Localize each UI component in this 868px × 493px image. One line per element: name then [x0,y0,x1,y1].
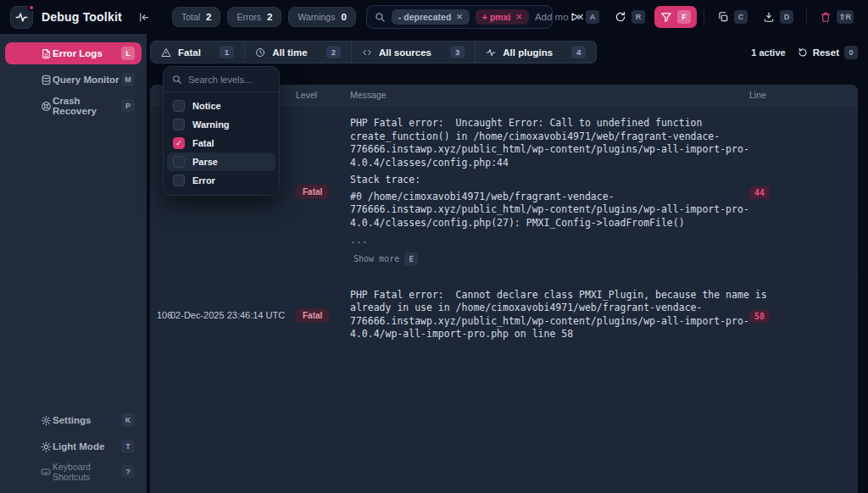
sidebar-item-label: Keyboard Shortcuts [53,462,121,482]
filter-group: Fatal 1 All time 2 All sources 3 [150,41,597,64]
reset-icon [798,47,808,58]
filter-bar-right: 1 active Reset 0 [751,46,858,59]
tag-label: + pmxi [482,12,511,22]
sidebar-item-label: Error Logs [53,48,103,58]
level-option-notice[interactable]: Notice [167,97,275,115]
log-level-cell: Fatal [296,307,350,323]
sidebar-item-error-logs[interactable]: Error Logs L [5,42,142,64]
level-search-input[interactable] [188,75,270,85]
kbd-hint: D [780,10,793,24]
play-icon [569,11,581,23]
search-bar[interactable]: - deprecated ✕ + pmxi ✕ ✕ [366,5,553,29]
topbar: Debug Toolkit Total 2 Errors 2 Warnings … [0,0,868,34]
stat-badges: Total 2 Errors 2 Warnings 0 [172,7,356,27]
option-label: Notice [192,101,221,111]
filter-sources[interactable]: All sources 3 [351,42,475,63]
kbd-hint: P [121,99,135,113]
code-icon [362,47,372,58]
filter-time[interactable]: All time 2 [244,42,351,63]
stack-trace: #0 /home/cimoxavobi4971/web/fragrant-ven… [350,191,741,230]
search-tag-deprecated[interactable]: - deprecated ✕ [392,9,470,25]
stat-value: 0 [341,12,346,22]
stat-errors: Errors 2 [227,7,281,27]
level-filter-dropdown: Notice Warning ✓ Fatal Parse Error [163,66,280,196]
remove-tag-icon[interactable]: ✕ [456,13,463,21]
warning-triangle-icon [161,47,171,58]
sidebar-item-crash-recovery[interactable]: Crash Recovery P [5,95,142,117]
level-option-parse[interactable]: Parse [167,152,275,171]
stat-label: Errors [236,12,261,22]
stack-trace-label: Stack trace: [350,174,741,187]
log-message-cell: PHP Fatal error: Uncaught Error: Call to… [350,117,749,266]
kbd-hint: C [734,10,748,24]
stat-label: Total [181,12,200,22]
stat-label: Warnings [298,12,335,22]
column-header-level: Level [296,90,350,100]
checkbox-unchecked[interactable] [173,156,185,168]
level-badge: Fatal [296,308,329,323]
sidebar-item-label: Settings [53,415,91,425]
stat-warnings: Warnings 0 [288,7,355,27]
checkbox-unchecked[interactable] [173,174,185,186]
app-title: Debug Toolkit [42,10,122,24]
dropdown-search-row[interactable] [164,67,279,92]
kbd-hint: L [121,47,135,60]
sidebar-item-query-monitor[interactable]: Query Monitor M [5,69,142,91]
sidebar-item-settings[interactable]: Settings K [5,409,142,431]
debug-toolkit-app: Debug Toolkit Total 2 Errors 2 Warnings … [0,0,868,493]
level-option-warning[interactable]: Warning [167,115,275,134]
option-label: Fatal [192,138,214,148]
collapse-sidebar-button[interactable] [137,11,150,24]
filter-label: All plugins [503,47,553,58]
kbd-hint: E [404,252,418,266]
filter-label: All sources [379,47,431,58]
stat-value: 2 [206,12,211,22]
checkbox-checked[interactable]: ✓ [173,137,185,149]
search-tag-pmxi[interactable]: + pmxi ✕ [476,9,529,25]
copy-button[interactable]: C [711,6,754,28]
kbd-hint: 2 [326,46,341,58]
sun-icon [41,441,52,452]
level-badge: Fatal [296,185,329,199]
checkbox-unchecked[interactable] [173,119,185,130]
table-row[interactable]: 106 02-Dec-2025 23:46:14 UTC Fatal PHP F… [150,277,858,352]
download-button[interactable]: D [757,6,799,28]
copy-icon [717,11,729,23]
delete-button[interactable]: ⇧R [814,6,860,28]
kbd-hint: K [121,413,135,427]
kbd-hint: A [586,10,599,24]
keyboard-icon [41,467,51,477]
sidebar: Error Logs L Query Monitor M Crash Recov… [0,34,147,493]
show-more-button[interactable]: Show more E [350,252,741,266]
download-icon [763,11,775,23]
topbar-actions: A R F C D ⇧R [563,6,860,28]
checkbox-unchecked[interactable] [173,100,185,112]
collapse-left-icon [137,11,150,24]
sidebar-item-light-mode[interactable]: Light Mode T [5,435,142,457]
log-line-cell: 58 [749,307,858,323]
sidebar-item-keyboard-shortcuts[interactable]: Keyboard Shortcuts ? [5,462,142,482]
level-option-fatal[interactable]: ✓ Fatal [167,134,275,152]
option-label: Parse [192,157,218,167]
column-header-message: Message [350,90,749,100]
filter-level[interactable]: Fatal 1 [151,42,244,63]
filter-label: Fatal [178,47,201,58]
stat-value: 2 [267,12,272,22]
line-number-badge: 58 [749,310,770,323]
database-icon [41,75,52,86]
error-message: PHP Fatal error: Uncaught Error: Call to… [350,117,741,169]
filter-button[interactable]: F [654,6,697,28]
log-timestamp: 02-Dec-2025 23:46:14 UTC [170,310,296,320]
reset-filters-button[interactable]: Reset 0 [798,46,858,59]
body: Error Logs L Query Monitor M Crash Recov… [0,34,868,493]
log-id: 106 [150,310,170,320]
filter-plugins[interactable]: All plugins 4 [475,42,596,63]
show-more-label: Show more [353,254,399,263]
activity-icon [486,47,496,58]
refresh-button[interactable]: R [609,6,651,28]
run-button[interactable]: A [563,6,605,28]
remove-tag-icon[interactable]: ✕ [515,13,522,21]
sidebar-item-label: Light Mode [53,441,104,451]
lifebuoy-icon [41,101,52,112]
level-option-error[interactable]: Error [167,171,275,190]
